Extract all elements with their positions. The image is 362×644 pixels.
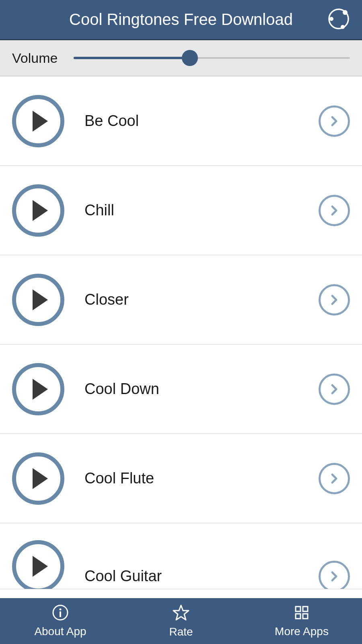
list-item: Closer <box>0 255 362 345</box>
svg-point-2 <box>329 17 333 21</box>
play-button[interactable] <box>12 540 64 590</box>
chevron-right-icon <box>328 115 340 127</box>
list-item: Chill <box>0 166 362 255</box>
play-icon <box>33 379 48 400</box>
chevron-right-button[interactable] <box>319 195 350 226</box>
chevron-right-icon <box>328 383 340 395</box>
chevron-right-icon <box>328 204 340 217</box>
nav-label: About App <box>34 625 86 638</box>
chevron-right-icon <box>328 570 340 582</box>
play-button[interactable] <box>12 363 64 415</box>
nav-rate[interactable]: Rate <box>121 598 241 644</box>
list-item: Cool Down <box>0 345 362 434</box>
ringtone-title: Closer <box>84 291 319 308</box>
chevron-right-icon <box>328 473 340 485</box>
play-icon <box>33 289 48 310</box>
chevron-right-button[interactable] <box>319 105 350 137</box>
nav-label: More Apps <box>275 625 329 638</box>
play-icon <box>33 111 48 132</box>
nav-more-apps[interactable]: More Apps <box>241 598 362 644</box>
svg-rect-9 <box>296 614 300 619</box>
grid-icon <box>293 604 310 623</box>
star-icon <box>172 604 190 623</box>
ringtone-list: Be Cool Chill Closer <box>0 76 362 598</box>
chevron-right-button[interactable] <box>319 374 350 405</box>
slider-thumb[interactable] <box>182 50 198 66</box>
svg-rect-8 <box>303 607 308 611</box>
ringtone-title: Cool Guitar <box>84 568 319 585</box>
svg-point-3 <box>341 25 345 29</box>
ringtone-title: Chill <box>84 202 319 219</box>
ringtone-title: Cool Flute <box>84 470 319 487</box>
volume-control: Volume <box>0 40 362 76</box>
list-item: Be Cool <box>0 76 362 166</box>
svg-point-1 <box>343 10 348 15</box>
volume-label: Volume <box>12 50 58 66</box>
play-icon <box>33 200 48 221</box>
share-icon[interactable] <box>327 8 350 32</box>
chevron-right-button[interactable] <box>319 284 350 316</box>
ringtone-title: Cool Down <box>84 380 319 398</box>
volume-slider[interactable] <box>74 50 350 66</box>
play-icon <box>33 468 48 489</box>
list-item: Cool Guitar <box>0 523 362 589</box>
svg-rect-7 <box>296 607 300 611</box>
svg-point-5 <box>60 609 62 611</box>
nav-about-app[interactable]: About App <box>0 598 121 644</box>
slider-fill <box>74 57 189 59</box>
svg-rect-10 <box>303 614 308 619</box>
ringtone-title: Be Cool <box>84 112 319 130</box>
app-header: Cool Ringtones Free Download <box>0 0 362 40</box>
chevron-right-button[interactable] <box>319 463 350 494</box>
list-item: Cool Flute <box>0 434 362 523</box>
play-button[interactable] <box>12 274 64 326</box>
info-icon <box>52 604 69 623</box>
play-button[interactable] <box>12 184 64 237</box>
svg-rect-6 <box>60 611 61 617</box>
chevron-right-button[interactable] <box>319 561 350 590</box>
play-button[interactable] <box>12 452 64 505</box>
play-button[interactable] <box>12 95 64 147</box>
chevron-right-icon <box>328 294 340 306</box>
nav-label: Rate <box>169 625 193 638</box>
app-title: Cool Ringtones Free Download <box>69 10 293 29</box>
play-icon <box>33 556 48 577</box>
bottom-navigation: About App Rate More Apps <box>0 598 362 644</box>
